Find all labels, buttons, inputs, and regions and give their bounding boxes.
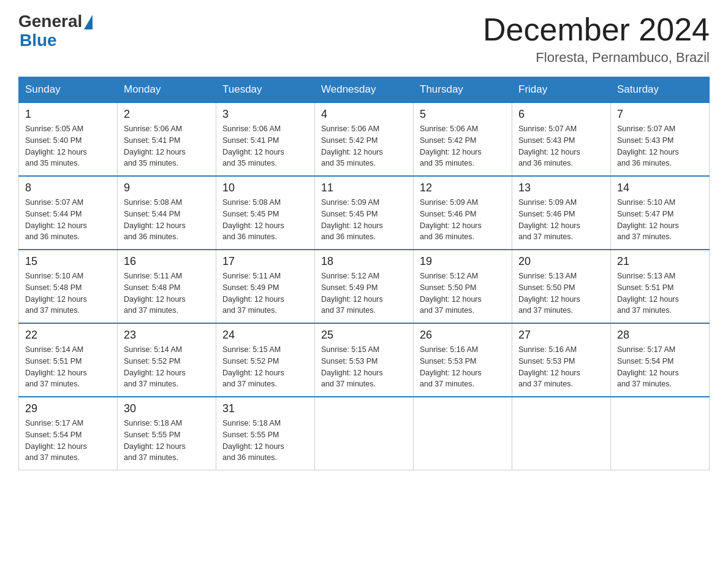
calendar-day-cell: 1 Sunrise: 5:05 AMSunset: 5:40 PMDayligh… (19, 102, 118, 176)
day-number: 7 (617, 108, 703, 121)
day-info: Sunrise: 5:17 AMSunset: 5:54 PMDaylight:… (25, 419, 87, 462)
day-info: Sunrise: 5:06 AMSunset: 5:42 PMDaylight:… (321, 124, 383, 167)
calendar-week-row: 1 Sunrise: 5:05 AMSunset: 5:40 PMDayligh… (19, 102, 710, 176)
day-number: 16 (124, 255, 210, 268)
header-wednesday: Wednesday (315, 77, 414, 103)
calendar-day-cell (611, 397, 710, 470)
day-info: Sunrise: 5:06 AMSunset: 5:41 PMDaylight:… (124, 124, 186, 167)
day-number: 13 (518, 182, 604, 194)
calendar-day-cell (512, 397, 611, 470)
day-info: Sunrise: 5:18 AMSunset: 5:55 PMDaylight:… (222, 419, 284, 462)
day-info: Sunrise: 5:16 AMSunset: 5:53 PMDaylight:… (420, 345, 482, 388)
calendar-day-cell: 6 Sunrise: 5:07 AMSunset: 5:43 PMDayligh… (512, 102, 611, 176)
calendar-day-cell: 5 Sunrise: 5:06 AMSunset: 5:42 PMDayligh… (414, 102, 512, 176)
calendar-day-cell: 4 Sunrise: 5:06 AMSunset: 5:42 PMDayligh… (315, 102, 414, 176)
calendar-day-cell: 23 Sunrise: 5:14 AMSunset: 5:52 PMDaylig… (118, 323, 216, 397)
calendar-day-cell: 19 Sunrise: 5:12 AMSunset: 5:50 PMDaylig… (414, 250, 512, 323)
day-info: Sunrise: 5:15 AMSunset: 5:53 PMDaylight:… (321, 345, 383, 388)
calendar-week-row: 29 Sunrise: 5:17 AMSunset: 5:54 PMDaylig… (19, 397, 710, 470)
header-friday: Friday (512, 77, 611, 103)
day-number: 6 (518, 108, 604, 121)
calendar-day-cell: 30 Sunrise: 5:18 AMSunset: 5:55 PMDaylig… (118, 397, 216, 470)
calendar-day-cell (414, 397, 512, 470)
calendar-day-cell: 14 Sunrise: 5:10 AMSunset: 5:47 PMDaylig… (611, 176, 710, 250)
calendar-day-cell: 17 Sunrise: 5:11 AMSunset: 5:49 PMDaylig… (216, 250, 315, 323)
calendar-subtitle: Floresta, Pernambuco, Brazil (483, 50, 710, 66)
day-info: Sunrise: 5:13 AMSunset: 5:51 PMDaylight:… (617, 272, 679, 315)
day-number: 8 (25, 182, 111, 194)
day-number: 11 (321, 182, 407, 194)
day-number: 30 (124, 402, 210, 415)
weekday-header-row: Sunday Monday Tuesday Wednesday Thursday… (19, 77, 710, 103)
calendar-title: December 2024 (483, 12, 710, 47)
calendar-day-cell: 26 Sunrise: 5:16 AMSunset: 5:53 PMDaylig… (414, 323, 512, 397)
day-number: 20 (518, 255, 604, 268)
day-info: Sunrise: 5:12 AMSunset: 5:50 PMDaylight:… (420, 272, 482, 315)
day-info: Sunrise: 5:09 AMSunset: 5:45 PMDaylight:… (321, 198, 383, 241)
day-info: Sunrise: 5:10 AMSunset: 5:48 PMDaylight:… (25, 272, 87, 315)
day-info: Sunrise: 5:11 AMSunset: 5:49 PMDaylight:… (222, 272, 284, 315)
day-number: 3 (222, 108, 308, 121)
calendar-day-cell: 3 Sunrise: 5:06 AMSunset: 5:41 PMDayligh… (216, 102, 315, 176)
day-number: 5 (420, 108, 506, 121)
logo: General Blue (18, 12, 93, 50)
calendar-day-cell: 12 Sunrise: 5:09 AMSunset: 5:46 PMDaylig… (414, 176, 512, 250)
day-number: 29 (25, 402, 111, 415)
calendar-day-cell: 29 Sunrise: 5:17 AMSunset: 5:54 PMDaylig… (19, 397, 118, 470)
day-number: 28 (617, 329, 703, 342)
header-tuesday: Tuesday (216, 77, 315, 103)
day-info: Sunrise: 5:09 AMSunset: 5:46 PMDaylight:… (420, 198, 482, 241)
logo-triangle-icon (84, 15, 93, 29)
day-number: 23 (124, 329, 210, 342)
day-number: 27 (518, 329, 604, 342)
day-number: 15 (25, 255, 111, 268)
calendar-day-cell: 21 Sunrise: 5:13 AMSunset: 5:51 PMDaylig… (611, 250, 710, 323)
calendar-day-cell: 22 Sunrise: 5:14 AMSunset: 5:51 PMDaylig… (19, 323, 118, 397)
day-info: Sunrise: 5:07 AMSunset: 5:43 PMDaylight:… (518, 124, 580, 167)
calendar-day-cell: 10 Sunrise: 5:08 AMSunset: 5:45 PMDaylig… (216, 176, 315, 250)
day-number: 25 (321, 329, 407, 342)
header-thursday: Thursday (414, 77, 512, 103)
header-saturday: Saturday (611, 77, 710, 103)
day-info: Sunrise: 5:18 AMSunset: 5:55 PMDaylight:… (124, 419, 186, 462)
calendar-day-cell: 9 Sunrise: 5:08 AMSunset: 5:44 PMDayligh… (118, 176, 216, 250)
day-number: 21 (617, 255, 703, 268)
logo-text-blue: Blue (20, 31, 57, 50)
day-number: 10 (222, 182, 308, 194)
day-number: 1 (25, 108, 111, 121)
day-info: Sunrise: 5:13 AMSunset: 5:50 PMDaylight:… (518, 272, 580, 315)
calendar-day-cell: 7 Sunrise: 5:07 AMSunset: 5:43 PMDayligh… (611, 102, 710, 176)
day-number: 4 (321, 108, 407, 121)
page-header: General Blue December 2024 Floresta, Per… (18, 12, 710, 66)
day-number: 22 (25, 329, 111, 342)
day-info: Sunrise: 5:08 AMSunset: 5:45 PMDaylight:… (222, 198, 284, 241)
day-number: 31 (222, 402, 308, 415)
day-info: Sunrise: 5:11 AMSunset: 5:48 PMDaylight:… (124, 272, 186, 315)
calendar-day-cell: 28 Sunrise: 5:17 AMSunset: 5:54 PMDaylig… (611, 323, 710, 397)
calendar-day-cell: 16 Sunrise: 5:11 AMSunset: 5:48 PMDaylig… (118, 250, 216, 323)
calendar-body: 1 Sunrise: 5:05 AMSunset: 5:40 PMDayligh… (19, 102, 710, 470)
day-number: 2 (124, 108, 210, 121)
day-info: Sunrise: 5:14 AMSunset: 5:51 PMDaylight:… (25, 345, 87, 388)
day-number: 26 (420, 329, 506, 342)
day-number: 9 (124, 182, 210, 194)
calendar-day-cell: 13 Sunrise: 5:09 AMSunset: 5:46 PMDaylig… (512, 176, 611, 250)
calendar-day-cell: 24 Sunrise: 5:15 AMSunset: 5:52 PMDaylig… (216, 323, 315, 397)
calendar-week-row: 8 Sunrise: 5:07 AMSunset: 5:44 PMDayligh… (19, 176, 710, 250)
day-number: 24 (222, 329, 308, 342)
calendar-day-cell: 11 Sunrise: 5:09 AMSunset: 5:45 PMDaylig… (315, 176, 414, 250)
day-info: Sunrise: 5:14 AMSunset: 5:52 PMDaylight:… (124, 345, 186, 388)
calendar-day-cell: 15 Sunrise: 5:10 AMSunset: 5:48 PMDaylig… (19, 250, 118, 323)
day-info: Sunrise: 5:16 AMSunset: 5:53 PMDaylight:… (518, 345, 580, 388)
day-info: Sunrise: 5:15 AMSunset: 5:52 PMDaylight:… (222, 345, 284, 388)
day-info: Sunrise: 5:07 AMSunset: 5:44 PMDaylight:… (25, 198, 87, 241)
day-number: 18 (321, 255, 407, 268)
calendar-day-cell: 25 Sunrise: 5:15 AMSunset: 5:53 PMDaylig… (315, 323, 414, 397)
calendar-day-cell: 27 Sunrise: 5:16 AMSunset: 5:53 PMDaylig… (512, 323, 611, 397)
calendar-week-row: 15 Sunrise: 5:10 AMSunset: 5:48 PMDaylig… (19, 250, 710, 323)
calendar-day-cell (315, 397, 414, 470)
day-info: Sunrise: 5:07 AMSunset: 5:43 PMDaylight:… (617, 124, 679, 167)
day-info: Sunrise: 5:08 AMSunset: 5:44 PMDaylight:… (124, 198, 186, 241)
logo-text-general: General (18, 12, 82, 31)
calendar-table: Sunday Monday Tuesday Wednesday Thursday… (18, 77, 710, 470)
